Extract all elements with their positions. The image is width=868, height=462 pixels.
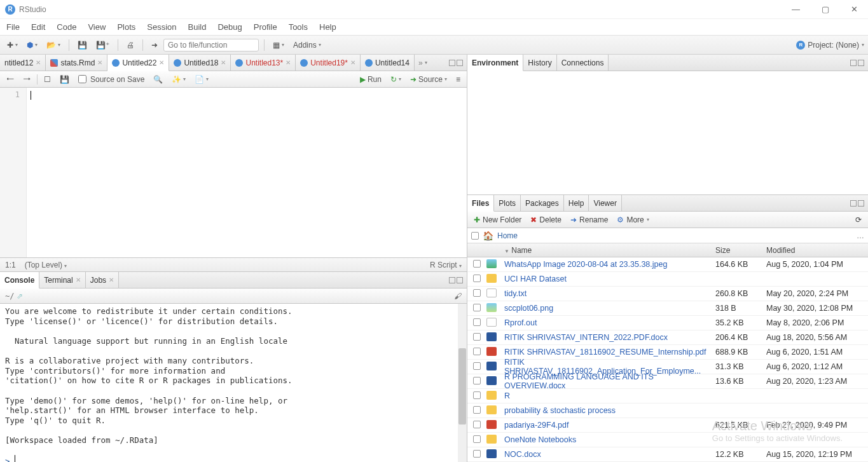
row-checkbox[interactable]	[473, 421, 481, 428]
breadcrumb-home[interactable]: Home	[497, 231, 518, 240]
file-row[interactable]: padariya-29F4.pdf621.5 KBFeb 27, 2020, 9…	[467, 418, 868, 433]
source-tab[interactable]: Untitled18✕	[169, 55, 231, 71]
row-checkbox[interactable]	[473, 289, 481, 297]
tab-jobs[interactable]: Jobs✕	[86, 272, 119, 288]
console-popout-icon[interactable]: ⇗	[17, 292, 23, 301]
open-file-button[interactable]: 📂▾	[43, 39, 64, 51]
pane-max-icon[interactable]	[457, 277, 463, 283]
file-row[interactable]: sccplot06.png318 BMay 30, 2020, 12:08 PM	[467, 301, 868, 316]
file-row[interactable]: UCI HAR Dataset	[467, 272, 868, 287]
find-button[interactable]: 🔍	[151, 74, 165, 85]
more-path-icon[interactable]: …	[857, 231, 864, 240]
row-checkbox[interactable]	[473, 435, 481, 443]
file-name[interactable]: R PROGRAMMING LANGUAGE AND ITS OVERVIEW.…	[504, 372, 654, 390]
close-icon[interactable]: ✕	[350, 59, 355, 66]
console-scrollbar[interactable]	[458, 304, 467, 462]
new-folder-button[interactable]: ✚New Folder	[471, 215, 524, 225]
source-tab[interactable]: stats.Rmd✕	[46, 55, 107, 71]
close-icon[interactable]: ✕	[109, 276, 114, 283]
row-checkbox[interactable]	[473, 406, 481, 414]
file-type-label[interactable]: R Script ▾	[430, 261, 462, 269]
menu-view[interactable]: View	[88, 22, 106, 32]
save-all-button[interactable]: 💾⁺	[93, 39, 113, 51]
addins-button[interactable]: Addins ▾	[290, 39, 324, 51]
tab-terminal[interactable]: Terminal✕	[39, 272, 85, 288]
tab-plots[interactable]: Plots	[494, 195, 521, 211]
delete-button[interactable]: ✖Delete	[528, 215, 564, 225]
files-list[interactable]: WhatsApp Image 2020-08-04 at 23.35.38.jp…	[467, 257, 868, 462]
minimize-button[interactable]: ―	[787, 2, 805, 17]
project-label[interactable]: Project: (None)	[808, 41, 859, 50]
file-name[interactable]: Rprof.out	[504, 318, 537, 327]
forward-button[interactable]: ⭢	[20, 74, 33, 85]
file-name[interactable]: RITIK SHRIVASTAV_18116902_RESUME_Interns…	[504, 348, 706, 357]
close-icon[interactable]: ✕	[97, 59, 102, 66]
clear-console-icon[interactable]: 🖌	[454, 292, 462, 301]
file-name[interactable]: RITIK SHRIVASTAV_INTERN_2022.PDF.docx	[504, 333, 668, 342]
maximize-button[interactable]: ▢	[816, 2, 834, 17]
file-row[interactable]: R PROGRAMMING LANGUAGE AND ITS OVERVIEW.…	[467, 374, 868, 389]
row-checkbox[interactable]	[473, 260, 481, 268]
menu-profile[interactable]: Profile	[254, 22, 277, 32]
source-on-save-checkbox[interactable]: Source on Save	[76, 74, 147, 85]
tab-viewer[interactable]: Viewer	[589, 195, 621, 211]
pane-min-icon[interactable]	[449, 277, 455, 283]
tab-environment[interactable]: Environment	[467, 55, 523, 71]
file-name[interactable]: OneNote Notebooks	[504, 435, 576, 444]
tab-packages[interactable]: Packages	[521, 195, 564, 211]
scope-label[interactable]: (Top Level) ▾	[25, 261, 67, 269]
show-in-new-window-button[interactable]: ☐	[41, 74, 53, 85]
source-tab[interactable]: Untitled13*✕	[231, 55, 296, 71]
menu-file[interactable]: File	[6, 22, 20, 32]
close-icon[interactable]: ✕	[36, 59, 41, 66]
file-row[interactable]: Rprof.out35.2 KBMay 8, 2020, 2:06 PM	[467, 316, 868, 330]
tab-history[interactable]: History	[523, 55, 556, 71]
source-tab[interactable]: ntitled12✕	[0, 55, 46, 71]
close-icon[interactable]: ✕	[221, 59, 226, 66]
file-name[interactable]: R	[504, 391, 510, 400]
select-all-checkbox[interactable]	[471, 232, 479, 240]
file-row[interactable]: R	[467, 389, 868, 404]
tab-overflow-icon[interactable]: »	[418, 58, 423, 67]
new-project-button[interactable]: ⬢▾	[24, 39, 41, 51]
row-checkbox[interactable]	[473, 348, 481, 355]
tab-help[interactable]: Help	[564, 195, 589, 211]
tab-connections[interactable]: Connections	[557, 55, 609, 71]
save-button[interactable]: 💾	[57, 74, 72, 85]
row-checkbox[interactable]	[473, 377, 481, 384]
print-button[interactable]: 🖨	[123, 39, 137, 51]
report-button[interactable]: 📄▾	[192, 74, 211, 85]
run-button[interactable]: ▶Run	[357, 74, 384, 85]
row-checkbox[interactable]	[473, 362, 481, 370]
row-checkbox[interactable]	[473, 275, 481, 282]
home-icon[interactable]: 🏠	[483, 231, 493, 241]
close-icon[interactable]: ✕	[159, 59, 164, 66]
more-button[interactable]: ⚙More ▾	[614, 215, 651, 225]
file-name[interactable]: tidy.txt	[504, 289, 527, 298]
menu-edit[interactable]: Edit	[31, 22, 45, 32]
file-row[interactable]: probability & stochastic process	[467, 404, 868, 418]
goto-file-input[interactable]	[163, 39, 259, 51]
file-row[interactable]: WhatsApp Image 2020-08-04 at 23.35.38.jp…	[467, 257, 868, 272]
file-name[interactable]: NOC.docx	[504, 450, 541, 459]
close-icon[interactable]: ✕	[76, 276, 81, 283]
close-button[interactable]: ✕	[846, 2, 863, 17]
source-tab[interactable]: Untitled22✕	[107, 55, 169, 71]
source-tab[interactable]: Untitled19*✕	[296, 55, 361, 71]
rename-button[interactable]: ➜Rename	[568, 215, 610, 225]
menu-help[interactable]: Help	[319, 22, 336, 32]
tab-list-icon[interactable]: ▾	[425, 60, 427, 65]
new-file-button[interactable]: ✚▾	[4, 39, 21, 51]
menu-build[interactable]: Build	[188, 22, 207, 32]
row-checkbox[interactable]	[473, 318, 481, 326]
tab-console[interactable]: Console	[0, 272, 39, 289]
rerun-button[interactable]: ↻▾	[388, 74, 404, 85]
pane-min-icon[interactable]	[850, 60, 857, 66]
pane-max-icon[interactable]	[457, 60, 463, 66]
file-name[interactable]: UCI HAR Dataset	[504, 275, 567, 283]
row-checkbox[interactable]	[473, 391, 481, 399]
pane-max-icon[interactable]	[858, 200, 864, 207]
menu-tools[interactable]: Tools	[289, 22, 308, 32]
source-button[interactable]: ➜Source ▾	[408, 74, 450, 85]
source-tab[interactable]: Untitled14	[361, 55, 415, 71]
